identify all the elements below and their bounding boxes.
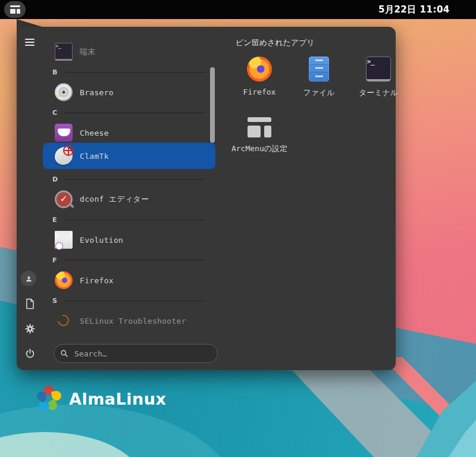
- app-item-label: ClamTk: [80, 152, 109, 161]
- app-list: 端末 B Brasero C Cheese ClamT: [43, 27, 215, 370]
- terminal-icon: [55, 43, 73, 61]
- desktop: AlmaLinux 5月22日 11:04: [0, 0, 476, 457]
- pinned-apps-title: ピン留めされたアプリ: [236, 37, 389, 48]
- section-header-f: F: [43, 250, 215, 270]
- pinned-app-label: Firefox: [243, 87, 276, 96]
- clamtk-icon: [55, 147, 73, 165]
- section-header-d: D: [43, 169, 215, 189]
- evolution-icon: [55, 231, 73, 249]
- pinned-app-firefox[interactable]: Firefox: [230, 55, 289, 114]
- app-item-terminal[interactable]: 端末: [43, 42, 215, 62]
- menu-left-rail: [17, 27, 43, 370]
- settings-button[interactable]: [23, 321, 37, 336]
- pinned-app-label: ファイル: [303, 87, 334, 98]
- power-icon: [24, 348, 36, 359]
- app-item-firefox[interactable]: Firefox: [43, 270, 215, 290]
- user-icon: [24, 274, 33, 283]
- power-button[interactable]: [23, 346, 37, 361]
- files-icon: [309, 57, 329, 82]
- almalinux-flower-icon: [37, 386, 63, 412]
- section-header-e: E: [43, 209, 215, 230]
- top-bar: 5月22日 11:04: [0, 0, 476, 19]
- firefox-icon: [247, 57, 272, 82]
- app-item-brasero[interactable]: Brasero: [43, 82, 215, 102]
- pinned-app-terminal[interactable]: ターミナル: [349, 55, 408, 114]
- almalinux-wordmark: AlmaLinux: [69, 390, 166, 408]
- pinned-app-label: ArcMenuの設定: [231, 143, 287, 154]
- pinned-app-files[interactable]: ファイル: [289, 55, 349, 114]
- app-item-label: Firefox: [80, 276, 114, 285]
- cheese-icon: [55, 124, 73, 142]
- almalinux-logo: AlmaLinux: [37, 386, 166, 412]
- app-item-dconf-editor[interactable]: dconf エディター: [43, 189, 215, 209]
- section-header-b: B: [43, 62, 215, 82]
- search-icon: [60, 349, 68, 358]
- firefox-icon: [55, 271, 73, 289]
- hamburger-button[interactable]: [24, 36, 36, 48]
- pinned-apps-panel: ピン留めされたアプリ Firefox ファイル ターミナル: [219, 35, 389, 172]
- clock-label[interactable]: 5月22日 11:04: [378, 0, 450, 19]
- arcmenu-icon: [10, 5, 20, 14]
- search-bar: [54, 344, 218, 363]
- app-item-label: SELinux Troubleshooter: [80, 317, 186, 325]
- app-item-selinux-troubleshooter[interactable]: SELinux Troubleshooter: [43, 311, 215, 331]
- document-icon: [25, 298, 35, 309]
- pinned-app-arcmenu-settings[interactable]: ArcMenuの設定: [230, 114, 289, 172]
- section-header-c: C: [43, 102, 215, 123]
- arcmenu-panel-button[interactable]: [4, 1, 26, 18]
- app-item-label: Brasero: [80, 88, 114, 97]
- pinned-app-label: ターミナル: [359, 87, 398, 98]
- brasero-icon: [55, 83, 73, 101]
- app-item-label: dconf エディター: [80, 194, 149, 205]
- gear-icon: [24, 323, 36, 334]
- app-item-label: 端末: [80, 46, 96, 57]
- search-input[interactable]: [73, 349, 211, 359]
- terminal-icon: [366, 57, 391, 82]
- arcmenu-icon: [248, 117, 271, 137]
- selinux-icon: [55, 312, 73, 330]
- section-header-s: S: [43, 290, 215, 311]
- app-item-cheese[interactable]: Cheese: [43, 123, 215, 143]
- user-button[interactable]: [21, 271, 36, 286]
- arcmenu-popup: 端末 B Brasero C Cheese ClamT: [17, 27, 396, 370]
- pinned-apps-grid: Firefox ファイル ターミナル ArcMenuの設定: [230, 55, 389, 172]
- documents-button[interactable]: [23, 296, 37, 311]
- dconf-editor-icon: [55, 190, 73, 208]
- app-item-label: Cheese: [80, 129, 109, 137]
- app-item-label: Evolution: [80, 236, 123, 245]
- app-item-evolution[interactable]: Evolution: [43, 230, 215, 250]
- app-item-clamtk[interactable]: ClamTk: [43, 143, 215, 169]
- scrollbar-thumb[interactable]: [210, 67, 215, 143]
